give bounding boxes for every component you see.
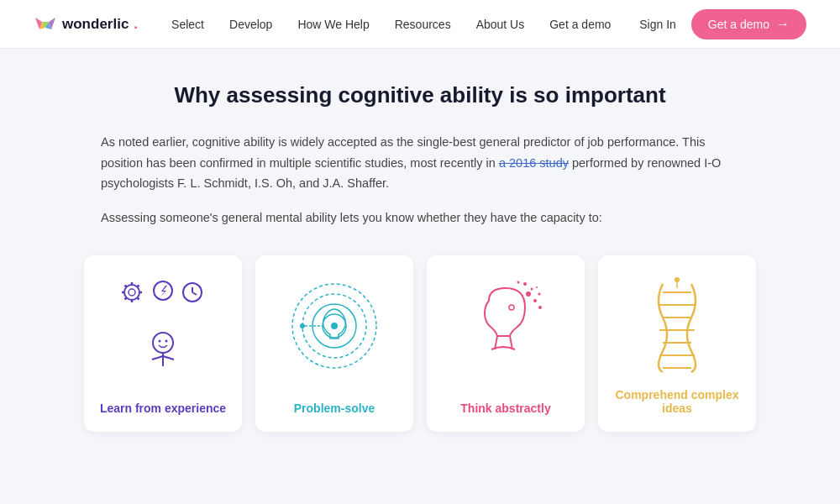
nav-select[interactable]: Select xyxy=(171,18,204,31)
card-comprehend-label: Comprehend complex ideas xyxy=(612,388,743,415)
sign-in-button[interactable]: Sign In xyxy=(639,18,676,31)
svg-line-9 xyxy=(163,356,174,360)
logo[interactable]: wonderlic. xyxy=(34,13,138,36)
svg-point-36 xyxy=(533,299,537,302)
svg-point-10 xyxy=(159,339,161,342)
card-problem-solve-icon xyxy=(288,276,381,376)
nav-get-a-demo[interactable]: Get a demo xyxy=(549,18,611,31)
svg-point-6 xyxy=(153,333,173,353)
card-comprehend: Comprehend complex ideas xyxy=(598,255,756,432)
logo-dot: . xyxy=(134,16,138,33)
main-content: Why assessing cognitive ability is so im… xyxy=(0,49,840,457)
svg-point-31 xyxy=(331,323,338,329)
svg-line-19 xyxy=(137,297,139,299)
svg-point-39 xyxy=(523,282,527,286)
logo-icon xyxy=(34,13,57,36)
svg-point-11 xyxy=(165,339,168,342)
svg-line-26 xyxy=(192,292,197,295)
svg-point-35 xyxy=(526,291,531,297)
svg-point-37 xyxy=(531,287,533,290)
navbar: wonderlic. Select Develop How We Help Re… xyxy=(0,0,840,49)
nav-links: Select Develop How We Help Resources Abo… xyxy=(171,18,639,31)
paragraph-2: Assessing someone's general mental abili… xyxy=(101,207,739,228)
nav-actions: Sign In Get a demo → xyxy=(639,9,806,39)
cards-row: Learn from experience xyxy=(84,255,756,432)
svg-point-38 xyxy=(538,292,541,295)
card-think-abstractly-icon xyxy=(459,276,552,376)
demo-button-label: Get a demo xyxy=(708,18,769,31)
svg-point-12 xyxy=(124,285,139,300)
page-title: Why assessing cognitive ability is so im… xyxy=(84,82,756,108)
nav-about-us[interactable]: About Us xyxy=(476,18,525,31)
svg-line-8 xyxy=(152,356,163,360)
svg-point-13 xyxy=(129,289,135,296)
svg-line-21 xyxy=(125,297,127,299)
nav-develop[interactable]: Develop xyxy=(229,18,272,31)
svg-point-52 xyxy=(675,277,680,282)
svg-point-32 xyxy=(300,323,305,328)
body-text: As noted earlier, cognitive ability is w… xyxy=(101,132,739,228)
card-problem-solve: Problem-solve xyxy=(255,255,413,432)
demo-button[interactable]: Get a demo → xyxy=(691,9,806,39)
card-learn-label: Learn from experience xyxy=(100,402,226,415)
demo-arrow-icon: → xyxy=(776,17,790,32)
paragraph-1: As noted earlier, cognitive ability is w… xyxy=(101,132,739,194)
nav-resources[interactable]: Resources xyxy=(395,18,451,31)
card-think-abstractly-label: Think abstractly xyxy=(460,402,550,415)
svg-point-34 xyxy=(509,305,514,310)
card-learn-icon xyxy=(117,276,209,376)
nav-how-we-help[interactable]: How We Help xyxy=(297,18,369,31)
study-link[interactable]: a 2016 study xyxy=(499,156,569,170)
logo-text: wonderlic xyxy=(62,16,129,33)
svg-point-41 xyxy=(538,306,542,309)
card-think-abstractly: Think abstractly xyxy=(427,255,585,432)
card-problem-solve-label: Problem-solve xyxy=(294,402,375,415)
svg-marker-23 xyxy=(160,286,167,297)
svg-line-18 xyxy=(125,285,127,286)
svg-point-42 xyxy=(536,286,538,288)
svg-line-20 xyxy=(137,285,139,286)
card-comprehend-icon xyxy=(631,276,723,376)
card-learn: Learn from experience xyxy=(84,255,242,432)
svg-point-40 xyxy=(517,281,520,283)
